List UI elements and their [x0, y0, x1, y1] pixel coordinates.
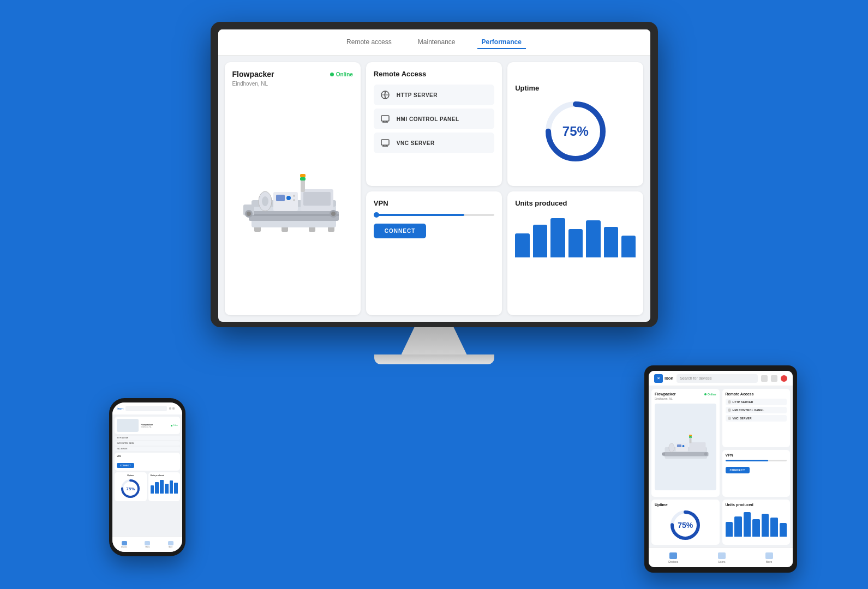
svg-rect-27 — [381, 116, 389, 121]
phone-units-title: Units produced — [151, 474, 178, 477]
bar-2 — [533, 225, 547, 257]
phone-machine-image — [117, 419, 139, 432]
monitor-frame: Remote access Maintenance Performance Fl… — [211, 22, 658, 327]
bar-1 — [515, 233, 529, 257]
tablet-vnc-service[interactable]: VNC SERVER — [726, 415, 787, 422]
units-produced-card: Units produced — [507, 191, 643, 315]
monitor: Remote access Maintenance Performance Fl… — [211, 22, 658, 364]
phone-service-list: HTTP SERVER HMI CONTROL PANEL VNC SERVER — [115, 436, 180, 451]
machine-name: Flowpacker — [232, 70, 274, 79]
machine-card: Flowpacker Online Eindhoven, NL — [225, 62, 361, 315]
bar-4 — [568, 229, 583, 257]
tablet-vpn-slider[interactable] — [726, 460, 787, 461]
http-server-label: HTTP SERVER — [397, 92, 438, 98]
tablet-logo-icon: × — [654, 374, 663, 383]
vnc-label: VNC SERVER — [397, 140, 435, 146]
phone-machine-card: Flowpacker Eindhoven, NL Online — [115, 417, 180, 434]
svg-point-19 — [331, 212, 336, 216]
hmi-icon — [379, 113, 391, 125]
tablet-online: Online — [704, 393, 716, 396]
tablet-bar-1 — [726, 522, 733, 537]
app-header: Remote access Maintenance Performance — [218, 29, 650, 56]
svg-point-50 — [669, 443, 674, 452]
svg-rect-42 — [677, 444, 681, 447]
online-status: Online — [336, 71, 353, 77]
tablet-nav-users[interactable]: Users — [718, 552, 726, 563]
machine-header: Flowpacker Online — [232, 70, 353, 79]
phone-search[interactable] — [125, 406, 167, 411]
tablet-search[interactable]: Search for devices — [677, 374, 758, 383]
monitor-base — [374, 354, 494, 364]
phone-bar-3 — [160, 480, 164, 494]
svg-rect-7 — [249, 214, 339, 216]
tablet-mail-icon[interactable] — [761, 375, 768, 382]
phone-nav-users-label: Users — [145, 546, 149, 548]
tablet-nav-more-label: More — [766, 560, 772, 563]
tablet-grid-icon[interactable] — [771, 375, 777, 382]
uptime-card: Uptime 75% — [507, 62, 643, 186]
phone-uptime-card: Uptime 75% — [115, 472, 147, 501]
svg-point-17 — [247, 212, 251, 216]
vnc-item[interactable]: VNC SERVER — [374, 133, 494, 153]
tablet-bar-chart — [726, 509, 787, 537]
bar-3 — [550, 218, 565, 257]
svg-point-12 — [293, 199, 295, 201]
bar-6 — [604, 227, 618, 257]
svg-rect-40 — [663, 452, 709, 456]
svg-rect-44 — [690, 442, 706, 451]
phone-http-service[interactable]: HTTP SERVER — [115, 436, 180, 440]
tablet-machine-image — [655, 404, 716, 490]
main-content: Flowpacker Online Eindhoven, NL — [218, 56, 650, 322]
monitor-screen: Remote access Maintenance Performance Fl… — [218, 29, 650, 322]
phone-nav-more-label: More — [169, 546, 172, 548]
phone-hmi-service[interactable]: HMI CONTROL PANEL — [115, 441, 180, 446]
phone-nav-users[interactable]: Users — [145, 541, 150, 548]
tablet-hmi-service[interactable]: HMI CONTROL PANEL — [726, 407, 787, 413]
tablet-uptime-title: Uptime — [655, 503, 668, 507]
tablet-nav-more[interactable]: More — [765, 552, 773, 563]
tablet-online-label: Online — [708, 393, 716, 396]
tab-performance[interactable]: Performance — [477, 36, 526, 49]
tablet-nav-devices-label: Devices — [668, 560, 678, 563]
tablet-nav-users-icon — [718, 552, 726, 559]
units-produced-title: Units produced — [515, 199, 636, 207]
tablet-vnc-label: VNC SERVER — [733, 417, 752, 420]
tablet-nav-devices[interactable]: Devices — [668, 552, 678, 563]
svg-rect-22 — [300, 174, 306, 177]
svg-rect-14 — [303, 192, 331, 206]
phone-vnc-service[interactable]: VNC SERVER — [115, 447, 180, 451]
vpn-slider[interactable] — [374, 214, 494, 216]
tablet-bar-6 — [770, 518, 778, 537]
connect-button[interactable]: CONNECT — [374, 224, 426, 238]
tablet-close-icon[interactable] — [781, 375, 787, 382]
http-server-item[interactable]: HTTP SERVER — [374, 85, 494, 105]
tab-maintenance[interactable]: Maintenance — [414, 36, 460, 49]
tab-remote-access[interactable]: Remote access — [342, 36, 396, 49]
phone-connect-btn[interactable]: CONNECT — [117, 463, 134, 468]
phone-nav-more[interactable]: More — [168, 541, 173, 548]
tablet-http-service[interactable]: HTTP SERVER — [726, 399, 787, 405]
tablet-screen: × ixon Search for devices Flowpacker — [649, 371, 793, 567]
tablet-connect-button[interactable]: CONNECT — [726, 467, 750, 473]
phone-header: ixon — [112, 402, 182, 414]
phone-bar-5 — [170, 480, 173, 494]
units-bar-chart — [515, 214, 636, 257]
phone-nav-devices[interactable]: Devices — [121, 541, 127, 548]
tablet-logo-text: ixon — [665, 376, 673, 381]
phone-nav-devices-label: Devices — [121, 546, 127, 548]
phone-frame: ixon Flowpacker Eindhoven, NL — [109, 398, 185, 556]
tablet-http-label: HTTP SERVER — [733, 400, 753, 404]
online-dot — [330, 73, 334, 76]
phone-machine-info: Flowpacker Eindhoven, NL — [141, 423, 169, 428]
tablet-logo: × ixon — [654, 374, 673, 383]
tablet-machine-location: Eindhoven, NL — [655, 397, 716, 400]
tablet-uptime-label: 75% — [678, 521, 693, 530]
hmi-item[interactable]: HMI CONTROL PANEL — [374, 109, 494, 129]
bar-7 — [621, 236, 636, 257]
phone-bar-1 — [151, 485, 154, 494]
vnc-icon — [379, 137, 391, 149]
http-icon — [379, 89, 391, 101]
svg-rect-48 — [689, 435, 692, 436]
tablet-remote-title: Remote Access — [726, 392, 787, 396]
remote-access-title: Remote Access — [374, 70, 494, 78]
